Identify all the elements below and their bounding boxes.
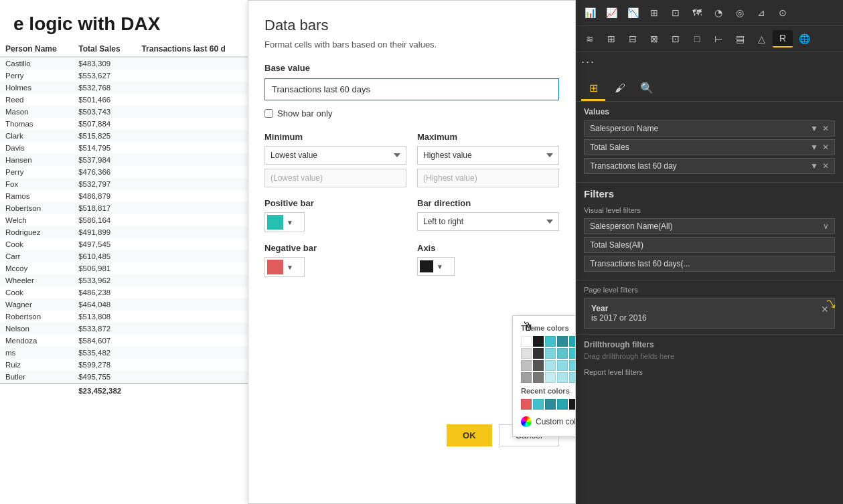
toolbar-icon-globe[interactable]: 🌐: [794, 30, 814, 48]
color-cell[interactable]: [557, 348, 568, 359]
toolbar-dots[interactable]: ···: [576, 52, 843, 72]
toolbar-icon-r[interactable]: R: [773, 30, 793, 48]
color-cell[interactable]: [533, 348, 544, 359]
ok-button[interactable]: OK: [447, 424, 492, 446]
color-cell[interactable]: [545, 348, 556, 359]
data-table-container: Person Name Total Sales Transactions las…: [0, 41, 248, 398]
color-cell[interactable]: [557, 372, 568, 383]
color-cell[interactable]: [557, 360, 568, 371]
toolbar-icon-funnel[interactable]: ⊿: [751, 4, 771, 21]
show-bar-only-checkbox[interactable]: [264, 109, 273, 118]
theme-colors-grid[interactable]: [521, 336, 576, 383]
color-cell[interactable]: [569, 336, 576, 347]
maximum-select[interactable]: Highest value: [417, 146, 559, 165]
color-cell[interactable]: [569, 360, 576, 371]
toolbar-icon-line[interactable]: 📉: [623, 4, 643, 21]
page-title: e logic with DAX: [0, 0, 248, 41]
axis-label: Axis: [417, 243, 559, 253]
toolbar-icon-area[interactable]: ≋: [580, 30, 600, 48]
toolbar-icon-scatter[interactable]: ⊡: [666, 4, 686, 21]
cell-sales: $532,768: [73, 82, 136, 94]
min-max-row: Minimum Lowest value (Lowest value) Maxi…: [264, 132, 559, 187]
cell-sales: $586,164: [73, 214, 136, 226]
toolbar-icon-pie[interactable]: ◔: [708, 4, 729, 21]
field-chevron3-icon[interactable]: ▼: [810, 161, 818, 171]
axis-color-btn[interactable]: ▼: [417, 257, 455, 276]
toolbar-icon-kpi[interactable]: ⊢: [708, 30, 729, 48]
color-cell[interactable]: [521, 336, 532, 347]
toolbar-row1: 📊 📈 📉 ⊞ ⊡ 🗺 ◔ ◎ ⊿ ⊙: [576, 0, 843, 26]
toolbar-icon-gauge[interactable]: ⊙: [773, 4, 793, 21]
positive-bar-color-btn[interactable]: ▼: [264, 212, 305, 232]
color-cell[interactable]: [533, 372, 544, 383]
tab-analytics[interactable]: 🔍: [635, 77, 659, 101]
toolbar-icon-donut[interactable]: ◎: [730, 4, 750, 21]
toolbar-icon-chart1[interactable]: 📊: [580, 4, 600, 21]
negative-bar-color-btn[interactable]: ▼: [264, 257, 305, 277]
col-total-sales: Total Sales: [73, 41, 136, 57]
table-row: Perry$553,627: [0, 70, 248, 82]
recent-color-cell[interactable]: [545, 399, 556, 410]
cell-transactions: [136, 262, 248, 274]
color-cell[interactable]: [521, 372, 532, 383]
color-cell[interactable]: [521, 348, 532, 359]
tab-format[interactable]: 🖌: [608, 77, 632, 101]
color-cell[interactable]: [545, 360, 556, 371]
toolbar-icon-table[interactable]: ⊞: [644, 4, 664, 21]
tab-fields[interactable]: ⊞: [581, 77, 605, 101]
year-filter-card: Year is 2017 or 2016 ✕: [584, 298, 835, 329]
cell-name: Thomas: [0, 118, 73, 130]
minimum-select[interactable]: Lowest value: [264, 146, 406, 165]
recent-color-cell[interactable]: [533, 399, 544, 410]
cell-transactions: [136, 190, 248, 202]
year-filter-close-icon[interactable]: ✕: [821, 304, 829, 315]
cell-transactions: [136, 299, 248, 311]
color-cell[interactable]: [533, 336, 544, 347]
color-cell[interactable]: [557, 336, 568, 347]
toolbar-icon-slicer[interactable]: ▤: [730, 30, 750, 48]
negative-bar-chevron-icon: ▼: [287, 264, 293, 271]
color-cell[interactable]: [533, 360, 544, 371]
field-chevron-icon[interactable]: ▼: [810, 124, 818, 133]
color-cell[interactable]: [569, 348, 576, 359]
custom-color-btn[interactable]: Custom color: [521, 415, 576, 428]
filter-salesperson-label: Salesperson Name(All): [590, 222, 672, 231]
cell-name: Ruiz: [0, 359, 73, 371]
data-bars-modal: Data bars Format cells with bars based o…: [248, 0, 576, 504]
recent-color-cell[interactable]: [557, 399, 568, 410]
recent-colors-grid[interactable]: [521, 399, 576, 410]
color-cell[interactable]: [521, 360, 532, 371]
cell-sales: $486,238: [73, 286, 136, 299]
field-close-icon[interactable]: ✕: [822, 124, 829, 133]
cell-transactions: [136, 166, 248, 178]
field-close3-icon[interactable]: ✕: [822, 161, 829, 171]
toolbar-icon-ribbon[interactable]: ⊠: [644, 30, 664, 48]
recent-color-cell[interactable]: [521, 399, 532, 410]
field-chevron2-icon[interactable]: ▼: [810, 143, 818, 152]
toolbar-icon-shape[interactable]: △: [751, 30, 771, 48]
color-column: [557, 336, 568, 383]
toolbar-icon-combo[interactable]: ⊞: [601, 30, 621, 48]
toolbar-icon-card[interactable]: □: [687, 30, 707, 48]
table-row: Mendoza$584,607: [0, 335, 248, 347]
bar-direction-select[interactable]: Left to right: [417, 212, 559, 231]
toolbar-icon-waterfall[interactable]: ⊟: [623, 30, 643, 48]
cell-transactions: [136, 94, 248, 106]
bar-direction-row: Positive bar ▼ Bar direction Left to rig…: [264, 198, 559, 232]
recent-color-cell[interactable]: [569, 399, 576, 410]
toolbar-icon-matrix[interactable]: ⊡: [666, 30, 686, 48]
color-cell[interactable]: [569, 372, 576, 383]
field-close2-icon[interactable]: ✕: [822, 143, 829, 152]
recent-colors-label: Recent colors: [521, 387, 576, 395]
base-value-input[interactable]: [264, 78, 559, 100]
cell-name: Mccoy: [0, 262, 73, 274]
report-level-title: Report level filters: [576, 365, 843, 379]
axis-chevron-icon: ▼: [437, 263, 443, 270]
toolbar-icon-bar[interactable]: 📈: [601, 4, 621, 21]
color-cell[interactable]: [545, 372, 556, 383]
color-cell[interactable]: [545, 336, 556, 347]
cell-sales: $495,755: [73, 371, 136, 384]
filter-chevron-icon[interactable]: ∨: [823, 222, 829, 231]
toolbar-icon-map[interactable]: 🗺: [687, 4, 707, 21]
table-row: Cook$486,238: [0, 286, 248, 299]
